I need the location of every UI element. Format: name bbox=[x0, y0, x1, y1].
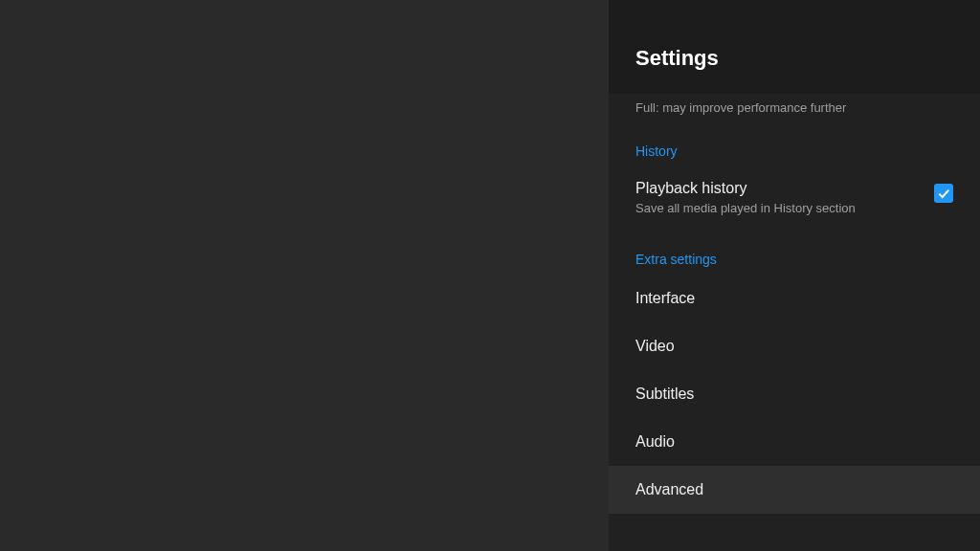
playback-history-subtitle: Save all media played in History section bbox=[635, 201, 856, 215]
menu-item-interface[interactable]: Interface bbox=[609, 275, 980, 322]
extra-settings-section-header: Extra settings bbox=[609, 229, 980, 275]
menu-item-audio[interactable]: Audio bbox=[609, 418, 980, 466]
page-title: Settings bbox=[635, 46, 953, 71]
settings-panel: Settings Full: may improve performance f… bbox=[609, 0, 980, 551]
playback-history-text: Playback history Save all media played i… bbox=[635, 180, 856, 215]
check-icon bbox=[936, 186, 951, 201]
settings-header: Settings bbox=[609, 0, 980, 94]
menu-item-subtitles[interactable]: Subtitles bbox=[609, 370, 980, 418]
playback-history-item[interactable]: Playback history Save all media played i… bbox=[609, 166, 980, 229]
playback-history-title: Playback history bbox=[635, 180, 856, 197]
playback-history-checkbox[interactable] bbox=[934, 184, 953, 203]
menu-item-video[interactable]: Video bbox=[609, 322, 980, 370]
settings-content: Full: may improve performance further Hi… bbox=[609, 94, 980, 551]
left-background-panel bbox=[0, 0, 609, 551]
menu-item-advanced[interactable]: Advanced bbox=[609, 466, 980, 514]
partial-description-text: Full: may improve performance further bbox=[609, 94, 980, 121]
history-section-header: History bbox=[609, 121, 980, 166]
footer-spacer bbox=[609, 514, 980, 544]
